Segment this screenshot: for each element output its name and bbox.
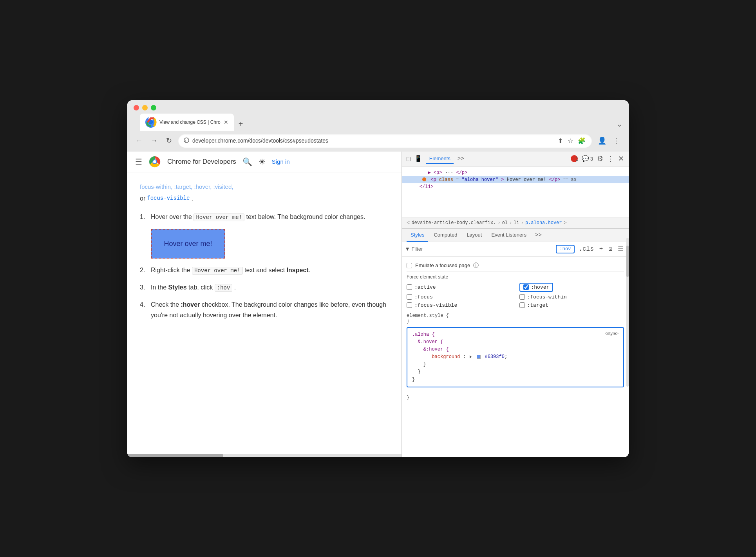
state-hover-label: :hover <box>531 284 550 290</box>
bookmark-icon[interactable]: ☆ <box>567 136 574 145</box>
css-close-1: } <box>412 361 619 368</box>
focused-page-checkbox[interactable] <box>407 263 412 268</box>
styles-content: Emulate a focused page ⓘ Force element s… <box>402 257 629 457</box>
toolbar-actions: 👤 ⋮ <box>596 134 622 147</box>
sign-in-button[interactable]: Sign in <box>272 158 290 165</box>
computed-icon[interactable]: ☰ <box>616 244 625 254</box>
account-icon[interactable]: 👤 <box>596 134 608 147</box>
maximize-button[interactable] <box>151 105 156 110</box>
dom-li-close[interactable]: </li> <box>402 183 629 190</box>
state-active-checkbox[interactable] <box>407 284 412 290</box>
breadcrumb-item-4[interactable]: p.aloha.hover <box>525 220 562 226</box>
css-property-line[interactable]: background : #6393f0; <box>412 353 619 361</box>
device-mode-icon[interactable]: 📱 <box>414 155 422 163</box>
page-scroll[interactable] <box>127 454 402 457</box>
state-focus-within-checkbox[interactable] <box>519 294 525 300</box>
dom-li-tag: </li> <box>420 184 434 190</box>
styles-more-button[interactable]: >> <box>535 232 542 238</box>
theme-toggle-button[interactable]: ☀ <box>259 157 266 166</box>
more-tabs-button[interactable]: >> <box>458 156 464 162</box>
faded-links: focus-within, :target, :hover, :visited, <box>140 182 389 192</box>
list-num-4: 4. <box>140 299 148 310</box>
minimize-button[interactable] <box>142 105 148 110</box>
close-button[interactable] <box>134 105 139 110</box>
tab-styles[interactable]: Styles <box>407 229 428 242</box>
breadcrumb-item-1[interactable]: devsite-article-body.clearfix. <box>411 220 496 226</box>
back-button[interactable]: ← <box>134 135 145 146</box>
state-focus-visible-checkbox[interactable] <box>407 302 412 308</box>
inspect-element-icon[interactable]: ⬚ <box>407 155 411 163</box>
list-item-1-content: Hover over the Hover over me! text below… <box>151 212 365 222</box>
cls-button[interactable]: .cls <box>577 245 595 253</box>
breadcrumb-item-2[interactable]: ol <box>502 220 508 226</box>
tab-close-button[interactable]: ✕ <box>223 119 229 125</box>
css-close-extra: } <box>407 395 409 400</box>
state-item-hover: :hover <box>519 283 624 292</box>
css-selector-1: .aloha { <box>412 331 619 338</box>
active-tab[interactable]: View and change CSS | Chro ✕ <box>140 114 234 131</box>
new-tab-button[interactable]: + <box>235 119 246 131</box>
tab-computed[interactable]: Computed <box>430 229 461 242</box>
css-expand-arrow[interactable] <box>470 355 472 358</box>
chrome-logo-icon <box>148 156 161 168</box>
breadcrumb-sep-3: › <box>521 220 524 226</box>
css-colon: : <box>463 354 468 360</box>
css-brace-1: } <box>423 362 426 367</box>
help-icon[interactable]: ⓘ <box>473 262 479 269</box>
devtools-scrollbar[interactable] <box>626 238 629 387</box>
forward-button[interactable]: → <box>148 135 159 146</box>
state-target-checkbox[interactable] <box>519 302 525 308</box>
dom-p-open: <p <box>430 177 439 183</box>
tab-elements[interactable]: Elements <box>426 154 454 164</box>
element-style-selector: element.style { <box>407 313 449 318</box>
state-item-active: :active <box>407 283 512 292</box>
element-style-close: } <box>407 318 409 324</box>
list-item: 1. Hover over the Hover over me! text be… <box>140 212 389 222</box>
breadcrumb-left-arrow[interactable]: < <box>407 220 410 226</box>
tab-menu-button[interactable]: ⌄ <box>617 120 622 131</box>
element-style-block: element.style { } <box>407 313 624 324</box>
chrome-favicon-icon <box>145 116 157 128</box>
breadcrumb-right-arrow[interactable]: > <box>564 220 567 226</box>
focus-visible-link[interactable]: focus-visible <box>147 194 190 203</box>
url-bar[interactable]: i developer.chrome.com/docs/devtools/css… <box>178 134 592 148</box>
devtools-settings-button[interactable]: ⚙ <box>597 154 603 163</box>
hover-state-wrapper: :hover <box>519 283 553 292</box>
add-rule-button[interactable]: + <box>598 245 605 253</box>
tab-layout[interactable]: Layout <box>463 229 486 242</box>
dom-close-tag: </p> <box>456 170 467 175</box>
layout-icon[interactable]: ⊡ <box>607 244 614 254</box>
breadcrumb-item-3[interactable]: li <box>514 220 519 226</box>
dom-line[interactable]: ▶ <p> ··· </p> <box>402 169 629 176</box>
browser-menu-button[interactable]: ⋮ <box>610 134 622 147</box>
dom-p-close: > <box>501 177 504 183</box>
filter-icon: ▼ <box>406 246 409 252</box>
focused-page-label: Emulate a focused page <box>415 262 470 268</box>
hov-button[interactable]: :hov <box>556 245 575 253</box>
filter-input[interactable] <box>411 246 553 252</box>
tab-event-listeners[interactable]: Event Listeners <box>487 229 530 242</box>
css-close-3: } <box>412 376 619 383</box>
svg-point-8 <box>153 160 156 163</box>
reload-button[interactable]: ↻ <box>163 135 174 146</box>
hamburger-menu-icon[interactable]: ☰ <box>135 157 142 166</box>
css-selector-2: &.hover { <box>412 338 619 346</box>
dom-class-val: "aloha hover" <box>461 177 498 183</box>
url-actions: ⬆ ☆ 🧩 <box>557 136 586 145</box>
list-text-1-before: Hover over the <box>151 213 192 220</box>
devtools-more-button[interactable]: ⋮ <box>607 154 614 163</box>
hover-demo-box[interactable]: Hover over me! <box>151 229 225 259</box>
search-button[interactable]: 🔍 <box>242 157 252 166</box>
css-close-2: } <box>412 368 619 376</box>
state-hover-checkbox[interactable] <box>523 284 529 290</box>
css-hover-selector: &.hover { <box>418 339 443 345</box>
period-text: . <box>191 193 193 204</box>
state-focus-checkbox[interactable] <box>407 294 412 300</box>
css-color-swatch[interactable] <box>477 355 481 359</box>
style-source[interactable]: <style> <box>605 331 619 336</box>
dom-dollar-zero: == $0 <box>563 177 576 182</box>
extensions-icon[interactable]: 🧩 <box>577 136 586 145</box>
devtools-close-button[interactable]: ✕ <box>618 154 624 163</box>
screen-share-icon[interactable]: ⬆ <box>557 136 564 145</box>
dom-selected-line[interactable]: <p class = "aloha hover" > Hover over me… <box>402 176 629 183</box>
